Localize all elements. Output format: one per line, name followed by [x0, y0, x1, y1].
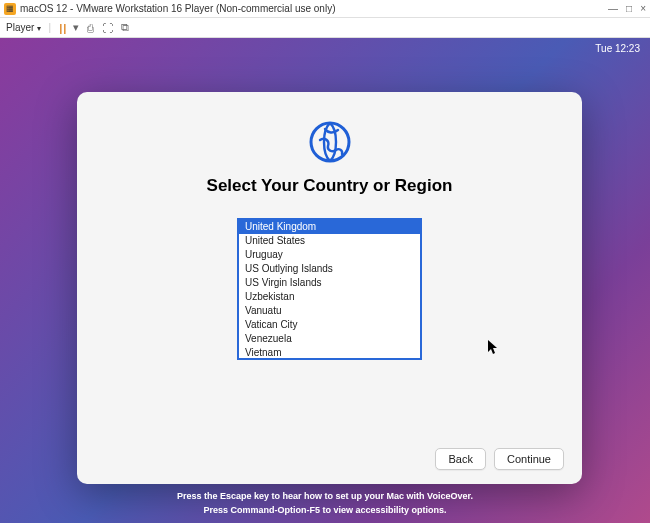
country-listbox[interactable]: United KingdomUnited StatesUruguayUS Out… [237, 218, 422, 360]
setup-assistant-window: Select Your Country or Region United Kin… [77, 92, 582, 484]
window-title: macOS 12 - VMware Workstation 16 Player … [20, 3, 608, 14]
list-item[interactable]: United Kingdom [239, 220, 420, 234]
power-dropdown-icon[interactable]: ▾ [73, 21, 79, 34]
toolbar-separator: | [49, 22, 52, 33]
list-item[interactable]: US Virgin Islands [239, 276, 420, 290]
menubar-clock: Tue 12:23 [595, 43, 640, 54]
button-row: Back Continue [435, 448, 564, 470]
list-item[interactable]: United States [239, 234, 420, 248]
close-button[interactable]: × [640, 3, 646, 14]
fullscreen-icon[interactable]: ⛶ [102, 22, 113, 34]
vm-screen: Tue 12:23 Select Your Country or Region … [0, 38, 650, 523]
accessibility-footer: Press the Escape key to hear how to set … [0, 489, 650, 517]
maximize-button[interactable]: □ [626, 3, 632, 14]
host-titlebar: ▦ macOS 12 - VMware Workstation 16 Playe… [0, 0, 650, 18]
list-item[interactable]: Uzbekistan [239, 290, 420, 304]
minimize-button[interactable]: — [608, 3, 618, 14]
window-controls: — □ × [608, 3, 646, 14]
page-title: Select Your Country or Region [207, 176, 453, 196]
back-button[interactable]: Back [435, 448, 485, 470]
player-menu[interactable]: Player [6, 22, 41, 33]
list-item[interactable]: US Outlying Islands [239, 262, 420, 276]
list-item[interactable]: Vanuatu [239, 304, 420, 318]
pause-icon[interactable]: | | [59, 22, 65, 34]
send-ctrl-alt-del-icon[interactable]: ⎙ [87, 22, 94, 34]
host-toolbar: Player | | | ▾ ⎙ ⛶ ⧉ [0, 18, 650, 38]
list-item[interactable]: Uruguay [239, 248, 420, 262]
list-item[interactable]: Vietnam [239, 346, 420, 360]
guest-menubar: Tue 12:23 [585, 38, 650, 58]
svg-point-0 [311, 123, 349, 161]
list-item[interactable]: Vatican City [239, 318, 420, 332]
globe-icon [308, 120, 352, 164]
vmware-app-icon: ▦ [4, 3, 16, 15]
footer-line-1: Press the Escape key to hear how to set … [0, 489, 650, 503]
unity-icon[interactable]: ⧉ [121, 21, 129, 34]
list-item[interactable]: Venezuela [239, 332, 420, 346]
footer-line-2: Press Command-Option-F5 to view accessib… [0, 503, 650, 517]
continue-button[interactable]: Continue [494, 448, 564, 470]
